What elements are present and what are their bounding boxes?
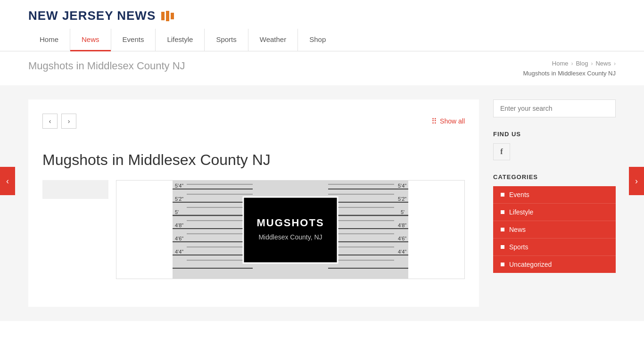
category-news-label: News [509, 226, 526, 233]
category-bullet [501, 210, 504, 214]
nav-lifestyle[interactable]: Lifestyle [156, 29, 204, 51]
sidebar: FIND US f CATEGORIES Events Lifestyle Ne… [493, 99, 616, 307]
nav-weather[interactable]: Weather [248, 29, 297, 51]
prev-post-nav[interactable]: ‹ [0, 167, 15, 195]
show-all-button[interactable]: ⠿ Show all [431, 117, 465, 126]
svg-text:5'2": 5'2" [398, 196, 406, 202]
mugshot-placeholder [42, 180, 108, 199]
breadcrumb: Home › Blog › News › Mugshots in Middles… [523, 60, 616, 77]
mugshot-board-svg: 5'4" 5'4" 5'2" 5'2" 5' 5' [116, 181, 464, 279]
category-lifestyle[interactable]: Lifestyle [493, 204, 616, 221]
svg-text:4'6": 4'6" [175, 236, 183, 241]
title-bar-2 [166, 11, 169, 21]
category-uncategorized-label: Uncategorized [509, 261, 552, 268]
grid-icon: ⠿ [431, 117, 437, 126]
title-bar-1 [161, 12, 165, 20]
facebook-button[interactable]: f [493, 143, 510, 160]
breadcrumb-arrow-1: › [571, 60, 573, 67]
main-navigation: Home News Events Lifestyle Sports Weathe… [0, 29, 644, 51]
left-arrow-icon: ‹ [6, 176, 9, 186]
category-bullet [501, 263, 504, 266]
next-button[interactable]: › [61, 114, 76, 129]
next-post-nav[interactable]: › [629, 167, 644, 195]
mugshot-image: 5'4" 5'4" 5'2" 5'2" 5' 5' [116, 180, 465, 279]
svg-text:5': 5' [175, 209, 179, 215]
nav-events[interactable]: Events [111, 29, 156, 51]
prev-button[interactable]: ‹ [42, 114, 58, 129]
breadcrumb-area: Mugshots in Middlesex County NJ Home › B… [0, 51, 644, 85]
svg-text:Middlesex County, NJ: Middlesex County, NJ [258, 233, 322, 241]
category-lifestyle-label: Lifestyle [509, 208, 533, 216]
title-bar-3 [171, 13, 174, 19]
breadcrumb-blog[interactable]: Blog [576, 60, 588, 67]
breadcrumb-home[interactable]: Home [552, 60, 569, 67]
find-us-title: FIND US [493, 131, 616, 138]
search-box [493, 99, 616, 117]
prev-icon: ‹ [49, 117, 51, 125]
nav-news[interactable]: News [70, 29, 111, 51]
find-us-section: FIND US f [493, 131, 616, 160]
category-events[interactable]: Events [493, 186, 616, 204]
post-navigation-row: ‹ › ⠿ Show all [42, 114, 465, 140]
page-title: Mugshots in Middlesex County NJ [28, 60, 185, 72]
post-prev-next-nav: ‹ › [42, 114, 76, 129]
next-icon: › [68, 117, 70, 125]
category-sports-label: Sports [509, 243, 528, 251]
breadcrumb-arrow-3: › [614, 60, 616, 67]
svg-text:5'4": 5'4" [175, 183, 183, 189]
facebook-icon: f [500, 148, 503, 156]
search-input[interactable] [493, 99, 616, 117]
show-all-label: Show all [440, 117, 465, 125]
svg-text:4'6": 4'6" [398, 236, 406, 241]
categories-section: CATEGORIES Events Lifestyle News Sports [493, 173, 616, 273]
svg-text:4'4": 4'4" [398, 249, 406, 255]
nav-home[interactable]: Home [28, 29, 70, 51]
svg-text:MUGSHOTS: MUGSHOTS [256, 217, 324, 229]
breadcrumb-arrow-2: › [591, 60, 593, 67]
svg-text:5'2": 5'2" [175, 196, 183, 202]
category-news[interactable]: News [493, 221, 616, 239]
svg-text:4'8": 4'8" [398, 222, 406, 228]
breadcrumb-current: Mugshots in Middlesex County NJ [523, 70, 616, 77]
category-events-label: Events [509, 191, 529, 198]
site-logo[interactable]: NEW JERSEY NEWS [28, 8, 174, 23]
main-content: ‹ › ⠿ Show all Mugshots in Middlesex Cou… [28, 99, 479, 307]
title-bars-decoration [161, 11, 174, 21]
nav-sports[interactable]: Sports [205, 29, 248, 51]
breadcrumb-news[interactable]: News [595, 60, 611, 67]
nav-shop[interactable]: Shop [298, 29, 337, 51]
site-header: NEW JERSEY NEWS [0, 0, 644, 23]
category-bullet [501, 228, 504, 231]
category-sports[interactable]: Sports [493, 239, 616, 256]
svg-text:4'8": 4'8" [175, 222, 183, 228]
categories-list: Events Lifestyle News Sports Uncategoriz… [493, 186, 616, 273]
right-arrow-icon: › [635, 176, 638, 186]
svg-text:5': 5' [401, 209, 405, 215]
categories-title: CATEGORIES [493, 173, 616, 181]
category-bullet [501, 193, 504, 197]
site-title-text: NEW JERSEY NEWS [28, 8, 156, 23]
category-bullet [501, 245, 504, 249]
svg-text:4'4": 4'4" [175, 249, 183, 255]
mugshot-container: 5'4" 5'4" 5'2" 5'2" 5' 5' [42, 180, 465, 279]
category-uncategorized[interactable]: Uncategorized [493, 256, 616, 273]
svg-rect-41 [243, 197, 338, 263]
svg-text:5'4": 5'4" [398, 183, 406, 189]
content-wrapper: ‹ › ⠿ Show all Mugshots in Middlesex Cou… [0, 85, 644, 321]
article-title: Mugshots in Middlesex County NJ [42, 151, 465, 169]
